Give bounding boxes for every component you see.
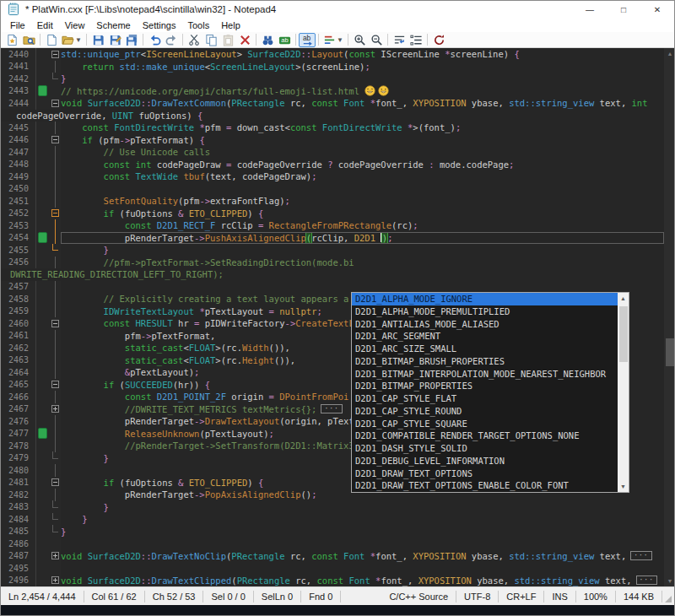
marker-margin[interactable] [36,293,49,305]
status-line[interactable]: Ln 2,454 / 4,444 [1,591,84,602]
line-number[interactable]: 2496 [1,575,36,587]
open-file-button[interactable]: ▼ [60,33,84,47]
line-number[interactable]: 2476 [1,415,36,428]
marker-margin[interactable] [36,513,49,526]
fold-toggle-icon[interactable] [49,48,61,61]
code-editor[interactable]: 2440std::unique_ptr<IScreenLineLayout> S… [1,48,675,586]
line-number[interactable]: 2455 [1,244,36,257]
marker-margin[interactable] [36,477,49,489]
marker-margin[interactable] [36,317,49,330]
marker-margin[interactable] [36,489,49,501]
scroll-down-icon[interactable]: ▼ [618,481,629,492]
fold-margin[interactable] [49,232,61,245]
menu-settings[interactable]: Settings [137,19,182,31]
marker-margin[interactable] [36,61,49,73]
line-number[interactable]: 2465 [1,379,36,392]
marker-margin[interactable] [36,146,49,159]
line-number[interactable]: 2480 [1,464,36,477]
fold-margin[interactable] [49,293,61,305]
folded-text-icon[interactable]: ··· [636,575,657,585]
marker-margin[interactable] [36,195,49,208]
close-button[interactable]: ✕ [640,1,674,18]
fold-margin[interactable] [49,428,61,440]
word-wrap-button[interactable] [391,33,408,47]
line-number[interactable]: 2495 [1,562,36,575]
folded-text-icon[interactable]: ··· [321,404,342,413]
marker-margin[interactable] [36,575,49,587]
marker-margin[interactable] [36,391,49,403]
line-number[interactable]: 2482 [1,489,36,501]
marker-margin[interactable] [36,134,49,147]
scrollbar-thumb[interactable] [666,338,674,366]
fold-margin[interactable] [49,562,61,575]
autocomplete-item[interactable]: D2D1_DEBUG_LEVEL_INFORMATION [352,455,618,467]
line-number[interactable]: 2441 [1,61,36,73]
replace-button[interactable]: ab [276,33,293,47]
line-number[interactable]: 2451 [1,195,36,208]
line-number[interactable]: 2449 [1,170,36,183]
marker-margin[interactable] [36,403,49,416]
fold-toggle-icon[interactable] [49,134,61,147]
scheme-select-button[interactable]: ▼ [321,33,345,47]
copy-button[interactable] [202,33,219,47]
folded-text-icon[interactable]: ··· [630,551,651,560]
line-number[interactable]: 2485 [1,526,36,538]
fold-margin[interactable] [49,354,61,367]
marker-margin[interactable] [36,208,49,220]
status-character[interactable]: Ch 52 / 53 [145,591,204,602]
line-number[interactable]: 2460 [1,317,36,330]
save-copy-button[interactable] [106,33,123,47]
fold-margin[interactable] [49,452,61,465]
autocomplete-item[interactable]: D2D1_CAP_STYLE_ROUND [352,405,618,418]
line-number[interactable]: 2457 [1,281,36,294]
line-number[interactable]: 2487 [1,550,36,563]
cut-button[interactable] [186,33,202,47]
status-overtype[interactable]: INS [544,591,575,602]
line-number[interactable]: 2446 [1,134,36,147]
line-number[interactable]: 2463 [1,354,36,367]
marker-margin[interactable] [36,97,49,110]
new-file-button[interactable] [43,33,60,47]
reload-button[interactable] [430,33,447,47]
minimize-button[interactable]: — [573,1,607,18]
autocomplete-item[interactable]: D2D1_CAP_STYLE_SQUARE [352,418,618,430]
bookmark-icon[interactable] [36,232,49,245]
scroll-up-icon[interactable]: ▲ [664,48,675,59]
marker-margin[interactable] [36,257,49,269]
resize-grip[interactable] [662,587,674,605]
marker-margin[interactable] [36,464,49,477]
fold-margin[interactable] [49,513,61,526]
marker-margin[interactable] [36,452,49,465]
favorites-button[interactable] [3,33,20,47]
menu-scheme[interactable]: Scheme [90,19,136,31]
line-number[interactable]: 2440 [1,48,36,61]
fold-margin[interactable] [49,219,61,232]
autocomplete-item[interactable]: D2D1_DASH_STYLE_SOLID [352,442,618,455]
line-number[interactable]: 2450 [1,183,36,196]
autocomplete-item[interactable]: D2D1_DRAW_TEXT_OPTIONS [352,467,618,480]
status-selection[interactable]: Sel 0 / 0 [203,591,253,602]
menu-view[interactable]: View [59,19,91,31]
marker-margin[interactable] [36,501,49,514]
autocomplete-item[interactable]: D2D1_BITMAP_INTERPOLATION_MODE_NEAREST_N… [352,368,618,381]
autocomplete-item[interactable]: D2D1_DRAW_TEXT_OPTIONS_ENABLE_COLOR_FONT [352,479,618,492]
marker-margin[interactable] [36,366,49,379]
delete-button[interactable] [236,33,253,47]
marker-margin[interactable] [36,159,49,171]
fold-margin[interactable] [49,183,61,196]
fold-margin[interactable] [49,305,61,318]
autocomplete-item[interactable]: D2D1_ANTIALIAS_MODE_ALIASED [352,318,618,331]
fold-margin[interactable] [49,440,61,452]
marker-margin[interactable] [36,526,49,538]
menu-file[interactable]: File [4,19,31,31]
menu-edit[interactable]: Edit [31,19,59,31]
paste-button[interactable] [219,33,236,47]
marker-margin[interactable] [36,281,49,294]
transform-case-button[interactable]: ab [299,33,316,47]
marker-margin[interactable] [36,342,49,354]
marker-margin[interactable] [36,440,49,452]
fold-margin[interactable] [49,415,61,428]
line-number[interactable]: 2483 [1,501,36,514]
fold-margin[interactable] [49,85,61,98]
autocomplete-item[interactable]: D2D1_ALPHA_MODE_PREMULTIPLIED [352,305,618,318]
